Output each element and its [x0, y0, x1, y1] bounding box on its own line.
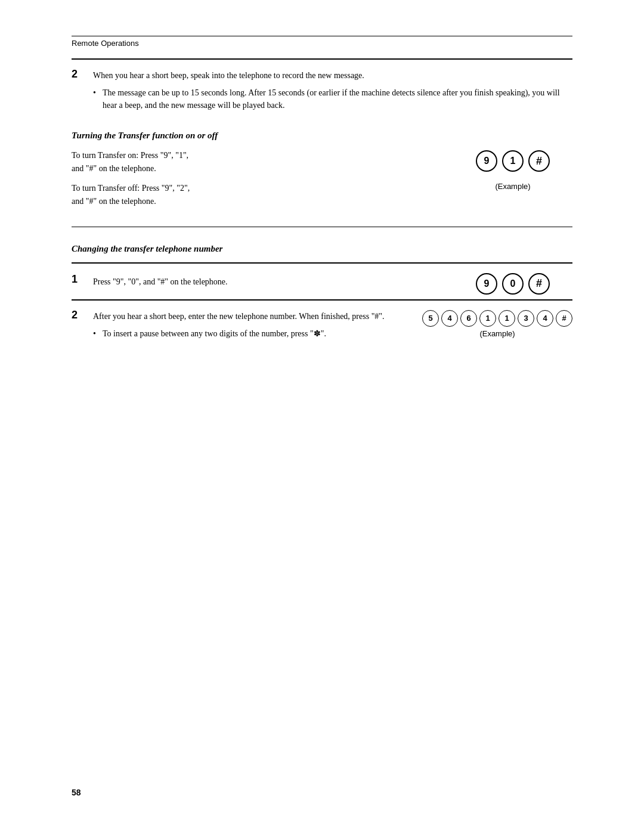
section-rule-top: [72, 58, 572, 60]
key-hash-step2: #: [556, 310, 572, 327]
transfer-off-line1: To turn Transfer off: Press "9", "2",: [72, 184, 190, 193]
header-label: Remote Operations: [72, 39, 572, 48]
transfer-off-text: To turn Transfer off: Press "9", "2", an…: [72, 182, 453, 209]
step-2-changing-text: After you hear a short beep, enter the n…: [93, 310, 416, 323]
step-1-number: 1: [72, 273, 93, 286]
step-1-keys: 9 0 #: [453, 273, 572, 295]
step-2-bullet-1: The message can be up to 15 seconds long…: [93, 86, 572, 112]
key-hash-1: #: [528, 150, 550, 172]
step-2-key-circles: 5 4 6 1 1 3 4 #: [422, 310, 572, 327]
key-6: 6: [460, 310, 477, 327]
step-2-changing-bullet-1: To insert a pause between any two digits…: [93, 327, 416, 340]
step-2-changing: 2 After you hear a short beep, enter the…: [72, 310, 572, 348]
section-rule-step2: [72, 299, 572, 301]
key-4b: 4: [537, 310, 553, 327]
section-transfer-heading: Turning the Transfer function on or off: [72, 131, 572, 141]
top-rule: [72, 36, 572, 36]
key-4: 4: [441, 310, 458, 327]
transfer-on-line1: To turn Transfer on: Press "9", "1",: [72, 151, 188, 160]
transfer-off-line2: and "#" on the telephone.: [72, 197, 156, 206]
transfer-on-line2: and "#" on the telephone.: [72, 164, 156, 173]
page: Remote Operations 2 When you hear a shor…: [0, 0, 644, 833]
key-hash-step1: #: [528, 273, 550, 295]
step-2-changing-bullets: To insert a pause between any two digits…: [93, 327, 416, 340]
step-2-bullets: The message can be up to 15 seconds long…: [93, 86, 572, 112]
step-1-text: Press "9", "0", and "#" on the telephone…: [93, 274, 228, 288]
transfer-on-text: To turn Transfer on: Press "9", "1", and…: [72, 149, 453, 176]
section-separator-changing: [72, 227, 572, 227]
step-2-number: 2: [72, 68, 93, 80]
step-2-right: 5 4 6 1 1 3 4 # (Example): [416, 310, 572, 338]
step-2-changing-content: After you hear a short beep, enter the n…: [93, 310, 416, 342]
transfer-on-keys: 9 1 #: [453, 149, 572, 172]
step-2-changing-number: 2: [72, 309, 93, 321]
step-1-left: 1 Press "9", "0", and "#" on the telepho…: [72, 274, 453, 293]
key-1: 1: [502, 150, 524, 172]
step-1-changing: 1 Press "9", "0", and "#" on the telepho…: [72, 273, 572, 295]
page-number: 58: [72, 788, 81, 797]
key-5: 5: [422, 310, 439, 327]
step-2-left: 2 After you hear a short beep, enter the…: [72, 310, 416, 348]
transfer-on-key-circles: 9 1 #: [459, 149, 566, 172]
step-2-content: When you hear a short beep, speak into t…: [93, 69, 572, 114]
section-changing-heading: Changing the transfer telephone number: [72, 244, 572, 254]
step-2-changing-block: 2 After you hear a short beep, enter the…: [72, 310, 416, 342]
transfer-example-label: (Example): [495, 182, 530, 191]
step-2-example-label: (Example): [479, 329, 515, 338]
section-rule-changing: [72, 262, 572, 264]
changing-section: Changing the transfer telephone number 1…: [72, 227, 572, 348]
key-0-step1: 0: [502, 273, 524, 295]
transfer-off-right: (Example): [453, 182, 572, 191]
transfer-off-row: To turn Transfer off: Press "9", "2", an…: [72, 182, 572, 209]
step-2-record: 2 When you hear a short beep, speak into…: [72, 69, 572, 114]
transfer-on-row: To turn Transfer on: Press "9", "1", and…: [72, 149, 572, 176]
key-1a: 1: [479, 310, 496, 327]
step-2-text: When you hear a short beep, speak into t…: [93, 69, 572, 82]
key-9: 9: [476, 150, 497, 172]
key-9-step1: 9: [476, 273, 497, 295]
key-1b: 1: [499, 310, 515, 327]
key-3: 3: [518, 310, 534, 327]
